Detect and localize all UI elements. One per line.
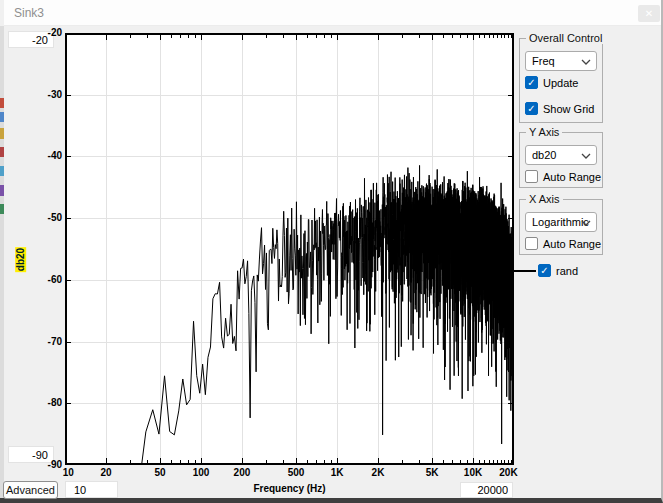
x-tick-label: 10K xyxy=(464,467,482,478)
y-tick-label: -60 xyxy=(26,274,62,285)
desktop-fragment xyxy=(0,112,4,122)
check-icon: ✓ xyxy=(527,77,535,88)
desktop-fragment xyxy=(0,166,4,176)
check-icon: ✓ xyxy=(540,265,548,276)
y-tick-label: -70 xyxy=(26,336,62,347)
x-axis-group-label: X Axis xyxy=(526,193,563,205)
overall-control-group: Overall Control Freq ✓ Update ✓ Show Gri… xyxy=(519,38,603,123)
x-auto-range-row: ✓ Auto Range xyxy=(525,237,601,250)
desktop-background-strip xyxy=(0,26,4,498)
desktop-fragment xyxy=(0,98,4,108)
overall-control-label: Overall Control xyxy=(526,32,605,44)
close-icon[interactable]: ✕ xyxy=(638,5,660,22)
y-auto-range-row: ✓ Auto Range xyxy=(525,170,601,183)
overall-control-dropdown[interactable]: Freq xyxy=(525,51,597,71)
x-tick-label: 20 xyxy=(100,467,111,478)
x-auto-range-label: Auto Range xyxy=(543,238,601,250)
check-icon: ✓ xyxy=(527,103,535,114)
x-axis-dropdown[interactable]: Logarithmic xyxy=(525,212,597,232)
y-tick-label: -40 xyxy=(26,150,62,161)
spectrum-plot[interactable] xyxy=(65,33,514,465)
y-axis-title: db20 xyxy=(15,247,26,272)
y-auto-range-checkbox[interactable]: ✓ xyxy=(525,170,538,183)
sink-window: Sink3 ✕ db20 Frequency (Hz) 102050100200… xyxy=(0,0,663,503)
x-tick-label: 5K xyxy=(426,467,439,478)
series-color-line xyxy=(514,270,536,272)
y-axis-group-label: Y Axis xyxy=(526,126,562,138)
chevron-down-icon xyxy=(581,220,591,226)
y-axis-group: Y Axis db20 ✓ Auto Range xyxy=(519,132,603,188)
y-tick-label: -90 xyxy=(26,459,62,470)
x-tick-label: 10 xyxy=(63,467,74,478)
desktop-fragment xyxy=(0,185,4,196)
x-axis-group: X Axis Logarithmic ✓ Auto Range xyxy=(519,199,603,255)
x-max-input[interactable] xyxy=(460,482,513,498)
chevron-down-icon xyxy=(581,153,591,159)
show-grid-checkbox[interactable]: ✓ xyxy=(525,102,538,115)
y-tick-label: -50 xyxy=(26,212,62,223)
x-tick-label: 1K xyxy=(331,467,344,478)
show-grid-label: Show Grid xyxy=(543,103,594,115)
x-tick-label: 500 xyxy=(288,467,305,478)
window-titlebar[interactable]: Sink3 ✕ xyxy=(4,0,661,26)
advanced-button[interactable]: Advanced xyxy=(3,481,58,499)
desktop-fragment xyxy=(0,147,4,157)
x-tick-label: 200 xyxy=(234,467,251,478)
legend: ✓ rand xyxy=(514,264,578,277)
overall-control-value: Freq xyxy=(532,55,555,67)
x-tick-label: 20K xyxy=(499,467,517,478)
y-axis-value: db20 xyxy=(532,149,556,161)
update-label: Update xyxy=(543,77,578,89)
y-tick-label: -30 xyxy=(26,89,62,100)
x-tick-label: 2K xyxy=(372,467,385,478)
y-auto-range-label: Auto Range xyxy=(543,171,601,183)
x-min-input[interactable] xyxy=(65,481,118,498)
legend-rand-checkbox[interactable]: ✓ xyxy=(538,264,551,277)
desktop-fragment xyxy=(0,128,4,139)
y-axis-dropdown[interactable]: db20 xyxy=(525,145,597,165)
update-row: ✓ Update xyxy=(525,76,578,89)
x-tick-label: 50 xyxy=(155,467,166,478)
chevron-down-icon xyxy=(581,59,591,65)
y-tick-label: -20 xyxy=(26,27,62,38)
desktop-fragment xyxy=(0,204,4,214)
x-auto-range-checkbox[interactable]: ✓ xyxy=(525,237,538,250)
update-checkbox[interactable]: ✓ xyxy=(525,76,538,89)
legend-rand-label: rand xyxy=(556,265,578,277)
y-tick-label: -80 xyxy=(26,397,62,408)
x-axis-title: Frequency (Hz) xyxy=(65,483,514,494)
x-tick-label: 100 xyxy=(193,467,210,478)
window-title: Sink3 xyxy=(14,6,44,20)
show-grid-row: ✓ Show Grid xyxy=(525,102,594,115)
